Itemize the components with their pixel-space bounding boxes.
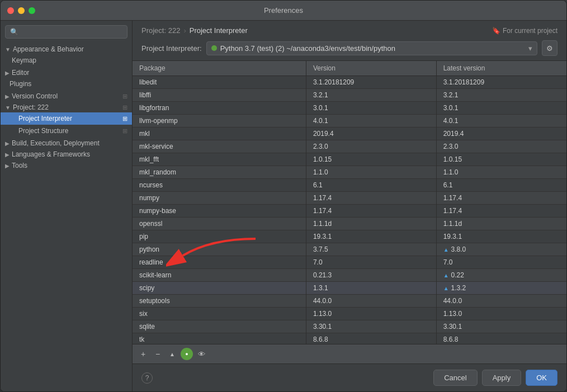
package-name: libedit	[133, 76, 306, 89]
search-icon: 🔍	[10, 28, 18, 36]
sidebar-item-build[interactable]: ▶ Build, Execution, Deployment	[1, 137, 132, 148]
table-row[interactable]: numpy1.17.41.17.4	[133, 192, 566, 205]
update-arrow-icon: ▲	[443, 247, 449, 253]
chevron-right-icon: ▶	[5, 70, 10, 76]
package-version: 19.3.1	[306, 230, 436, 243]
sidebar-item-label: Appearance & Behavior	[13, 45, 84, 53]
table-row[interactable]: tk8.6.88.6.8	[133, 333, 566, 344]
package-name: llvm-openmp	[133, 115, 306, 127]
minimize-button[interactable]	[18, 7, 25, 14]
run-button[interactable]: ●	[181, 348, 193, 360]
search-box[interactable]: 🔍	[5, 25, 127, 39]
table-row[interactable]: readline7.07.0	[133, 256, 566, 269]
sidebar-item-project-structure[interactable]: Project Structure ⊞	[1, 125, 132, 137]
upgrade-package-button[interactable]: ▲	[166, 348, 178, 360]
package-version: 4.0.1	[306, 115, 436, 127]
package-version: 3.1.20181209	[306, 76, 436, 89]
preferences-window: Preferences 🔍 ▼ Appearance & Behavior Ke…	[0, 0, 567, 392]
table-row[interactable]: mkl-service2.3.02.3.0	[133, 140, 566, 153]
package-latest-version: 3.0.1	[436, 102, 566, 115]
sidebar-item-label: Project Interpreter	[18, 115, 72, 122]
package-latest-version: ▲ 3.8.0	[436, 243, 566, 256]
package-version: 3.0.1	[306, 102, 436, 115]
package-version: 0.21.3	[306, 269, 436, 282]
table-row[interactable]: ncurses6.16.1	[133, 179, 566, 192]
table-row[interactable]: scikit-learn0.21.3▲ 0.22	[133, 269, 566, 282]
maximize-button[interactable]	[29, 7, 35, 14]
sidebar-item-project-interpreter[interactable]: Project Interpreter ⊞	[1, 112, 132, 125]
sidebar-item-plugins[interactable]: Plugins	[1, 78, 132, 90]
sidebar-item-project[interactable]: ▼ Project: 222 ⊞	[1, 101, 132, 112]
table-row[interactable]: llvm-openmp4.0.14.0.1	[133, 115, 566, 127]
close-button[interactable]	[7, 7, 14, 14]
sidebar-item-tools[interactable]: ▶ Tools	[1, 159, 132, 171]
sidebar-item-languages[interactable]: ▶ Languages & Frameworks	[1, 148, 132, 159]
sidebar-item-editor[interactable]: ▶ Editor	[1, 67, 132, 78]
table-row[interactable]: libedit3.1.201812093.1.20181209	[133, 76, 566, 89]
gear-button[interactable]: ⚙	[542, 40, 557, 56]
package-name: readline	[133, 256, 306, 269]
sidebar-item-label: Project Structure	[18, 127, 68, 135]
table-row[interactable]: libffi3.2.13.2.1	[133, 89, 566, 102]
help-button[interactable]: ?	[141, 372, 153, 384]
package-table-container[interactable]: Package Version Latest version libedit3.…	[133, 61, 566, 344]
update-arrow-icon: ▲	[443, 285, 449, 291]
sidebar-item-label: Editor	[12, 69, 29, 77]
table-row[interactable]: setuptools44.0.044.0.0	[133, 295, 566, 308]
copy-icon: ⊞	[122, 115, 127, 122]
table-row[interactable]: pip19.3.119.3.1	[133, 230, 566, 243]
filter-button[interactable]: 👁	[195, 348, 207, 360]
cancel-button[interactable]: Cancel	[433, 370, 477, 386]
window-title: Preferences	[264, 6, 303, 15]
sidebar-item-version-control[interactable]: ▶ Version Control ⊞	[1, 90, 132, 101]
chevron-right-icon: ▶	[5, 93, 10, 100]
breadcrumb: Project: 222 › Project Interpreter 🔖 For…	[141, 26, 557, 35]
package-version: 2.3.0	[306, 140, 436, 153]
main-panel: Project: 222 › Project Interpreter 🔖 For…	[133, 21, 566, 391]
remove-package-button[interactable]: −	[152, 348, 164, 360]
table-row[interactable]: openssl1.1.1d1.1.1d	[133, 218, 566, 230]
package-latest-version: 1.13.0	[436, 308, 566, 320]
package-latest-version: 3.1.20181209	[436, 76, 566, 89]
ok-button[interactable]: OK	[526, 370, 557, 386]
interpreter-select-text: Python 3.7 (test) (2) ~/anaconda3/envs/t…	[211, 44, 395, 53]
package-latest-version: 1.17.4	[436, 192, 566, 205]
sidebar-item-label: Tools	[12, 162, 27, 169]
footer: ? Cancel Apply OK	[133, 363, 566, 391]
table-row[interactable]: mkl2019.42019.4	[133, 127, 566, 140]
table-row[interactable]: mkl_random1.1.01.1.0	[133, 166, 566, 179]
package-latest-version: 1.0.15	[436, 153, 566, 166]
package-name: sqlite	[133, 320, 306, 333]
package-version: 1.13.0	[306, 308, 436, 320]
sidebar-item-appearance[interactable]: ▼ Appearance & Behavior	[1, 43, 132, 54]
package-name: scikit-learn	[133, 269, 306, 282]
sidebar-item-label: Project: 222	[13, 103, 49, 111]
question-mark-icon[interactable]: ?	[141, 372, 153, 384]
interpreter-select[interactable]: Python 3.7 (test) (2) ~/anaconda3/envs/t…	[206, 41, 537, 55]
add-package-button[interactable]: +	[137, 348, 149, 360]
chevron-down-icon: ▼	[5, 46, 11, 53]
package-name: libgfortran	[133, 102, 306, 115]
sidebar-item-keymap[interactable]: Keymap	[1, 54, 132, 67]
table-row[interactable]: scipy1.3.1▲ 1.3.2	[133, 282, 566, 295]
table-row[interactable]: mkl_fft1.0.151.0.15	[133, 153, 566, 166]
package-version: 1.3.1	[306, 282, 436, 295]
eye-icon: 👁	[198, 350, 205, 358]
package-version: 1.1.1d	[306, 218, 436, 230]
table-row[interactable]: numpy-base1.17.41.17.4	[133, 205, 566, 218]
table-row[interactable]: python3.7.5▲ 3.8.0	[133, 243, 566, 256]
table-toolbar: + − ▲ ● 👁	[133, 344, 566, 363]
sidebar-item-label: Languages & Frameworks	[12, 150, 90, 158]
table-row[interactable]: sqlite3.30.13.30.1	[133, 320, 566, 333]
col-header-package: Package	[133, 61, 306, 76]
breadcrumb-current: Project Interpreter	[190, 26, 248, 35]
table-row[interactable]: six1.13.01.13.0	[133, 308, 566, 320]
table-row[interactable]: libgfortran3.0.13.0.1	[133, 102, 566, 115]
package-name: libffi	[133, 89, 306, 102]
package-name: mkl_fft	[133, 153, 306, 166]
package-latest-version: ▲ 0.22	[436, 269, 566, 282]
package-name: mkl_random	[133, 166, 306, 179]
interpreter-value: Python 3.7 (test) (2) ~/anaconda3/envs/t…	[220, 44, 395, 53]
apply-button[interactable]: Apply	[482, 370, 522, 386]
package-version: 6.1	[306, 179, 436, 192]
